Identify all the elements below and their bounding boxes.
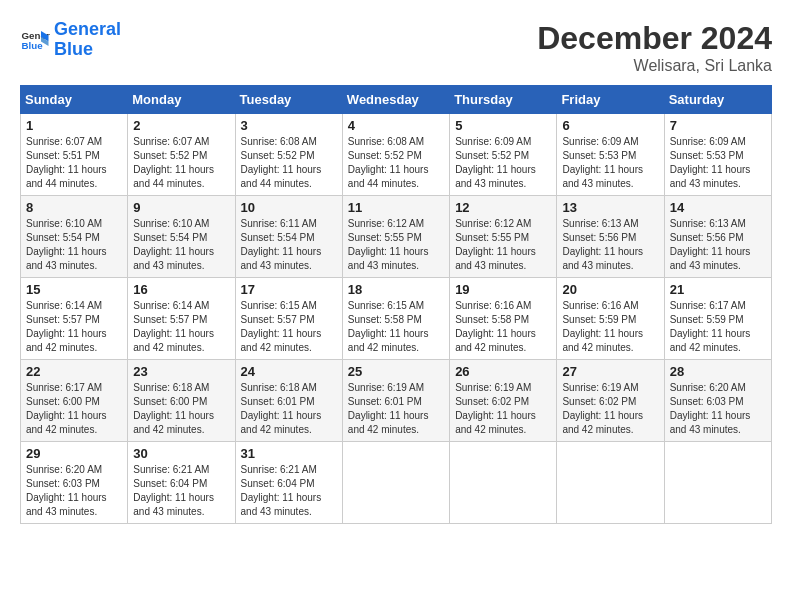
- calendar-cell: [450, 442, 557, 524]
- day-detail: Sunrise: 6:12 AMSunset: 5:55 PMDaylight:…: [348, 217, 444, 273]
- weekday-header-sunday: Sunday: [21, 86, 128, 114]
- day-number: 20: [562, 282, 658, 297]
- day-detail: Sunrise: 6:21 AMSunset: 6:04 PMDaylight:…: [133, 463, 229, 519]
- calendar-cell: 3Sunrise: 6:08 AMSunset: 5:52 PMDaylight…: [235, 114, 342, 196]
- day-number: 3: [241, 118, 337, 133]
- calendar-cell: 9Sunrise: 6:10 AMSunset: 5:54 PMDaylight…: [128, 196, 235, 278]
- calendar-cell: 19Sunrise: 6:16 AMSunset: 5:58 PMDayligh…: [450, 278, 557, 360]
- day-detail: Sunrise: 6:13 AMSunset: 5:56 PMDaylight:…: [562, 217, 658, 273]
- day-detail: Sunrise: 6:20 AMSunset: 6:03 PMDaylight:…: [26, 463, 122, 519]
- day-detail: Sunrise: 6:20 AMSunset: 6:03 PMDaylight:…: [670, 381, 766, 437]
- calendar-cell: 21Sunrise: 6:17 AMSunset: 5:59 PMDayligh…: [664, 278, 771, 360]
- calendar-week-1: 1Sunrise: 6:07 AMSunset: 5:51 PMDaylight…: [21, 114, 772, 196]
- day-number: 15: [26, 282, 122, 297]
- day-detail: Sunrise: 6:08 AMSunset: 5:52 PMDaylight:…: [241, 135, 337, 191]
- day-number: 26: [455, 364, 551, 379]
- day-number: 10: [241, 200, 337, 215]
- month-title: December 2024: [537, 20, 772, 57]
- logo-text-line2: Blue: [54, 40, 121, 60]
- day-number: 31: [241, 446, 337, 461]
- logo-text-line1: General: [54, 20, 121, 40]
- svg-text:Blue: Blue: [22, 40, 44, 51]
- calendar-cell: [342, 442, 449, 524]
- day-number: 17: [241, 282, 337, 297]
- day-detail: Sunrise: 6:09 AMSunset: 5:52 PMDaylight:…: [455, 135, 551, 191]
- day-number: 29: [26, 446, 122, 461]
- calendar-cell: 6Sunrise: 6:09 AMSunset: 5:53 PMDaylight…: [557, 114, 664, 196]
- day-number: 8: [26, 200, 122, 215]
- title-section: December 2024 Welisara, Sri Lanka: [537, 20, 772, 75]
- day-number: 28: [670, 364, 766, 379]
- weekday-header-tuesday: Tuesday: [235, 86, 342, 114]
- day-detail: Sunrise: 6:17 AMSunset: 6:00 PMDaylight:…: [26, 381, 122, 437]
- calendar-week-5: 29Sunrise: 6:20 AMSunset: 6:03 PMDayligh…: [21, 442, 772, 524]
- day-number: 21: [670, 282, 766, 297]
- calendar-cell: 17Sunrise: 6:15 AMSunset: 5:57 PMDayligh…: [235, 278, 342, 360]
- logo: General Blue General Blue: [20, 20, 121, 60]
- day-number: 25: [348, 364, 444, 379]
- day-number: 1: [26, 118, 122, 133]
- weekday-header-friday: Friday: [557, 86, 664, 114]
- day-detail: Sunrise: 6:15 AMSunset: 5:58 PMDaylight:…: [348, 299, 444, 355]
- day-detail: Sunrise: 6:16 AMSunset: 5:59 PMDaylight:…: [562, 299, 658, 355]
- day-number: 9: [133, 200, 229, 215]
- day-detail: Sunrise: 6:18 AMSunset: 6:00 PMDaylight:…: [133, 381, 229, 437]
- weekday-header-saturday: Saturday: [664, 86, 771, 114]
- day-detail: Sunrise: 6:18 AMSunset: 6:01 PMDaylight:…: [241, 381, 337, 437]
- day-number: 18: [348, 282, 444, 297]
- calendar-cell: 1Sunrise: 6:07 AMSunset: 5:51 PMDaylight…: [21, 114, 128, 196]
- calendar-cell: 31Sunrise: 6:21 AMSunset: 6:04 PMDayligh…: [235, 442, 342, 524]
- calendar-cell: 18Sunrise: 6:15 AMSunset: 5:58 PMDayligh…: [342, 278, 449, 360]
- calendar-cell: 2Sunrise: 6:07 AMSunset: 5:52 PMDaylight…: [128, 114, 235, 196]
- day-number: 22: [26, 364, 122, 379]
- calendar-cell: 10Sunrise: 6:11 AMSunset: 5:54 PMDayligh…: [235, 196, 342, 278]
- location-title: Welisara, Sri Lanka: [537, 57, 772, 75]
- calendar-week-4: 22Sunrise: 6:17 AMSunset: 6:00 PMDayligh…: [21, 360, 772, 442]
- calendar-cell: 25Sunrise: 6:19 AMSunset: 6:01 PMDayligh…: [342, 360, 449, 442]
- day-detail: Sunrise: 6:15 AMSunset: 5:57 PMDaylight:…: [241, 299, 337, 355]
- calendar-cell: 12Sunrise: 6:12 AMSunset: 5:55 PMDayligh…: [450, 196, 557, 278]
- calendar-cell: 11Sunrise: 6:12 AMSunset: 5:55 PMDayligh…: [342, 196, 449, 278]
- calendar-cell: 28Sunrise: 6:20 AMSunset: 6:03 PMDayligh…: [664, 360, 771, 442]
- calendar-cell: 30Sunrise: 6:21 AMSunset: 6:04 PMDayligh…: [128, 442, 235, 524]
- day-detail: Sunrise: 6:08 AMSunset: 5:52 PMDaylight:…: [348, 135, 444, 191]
- day-detail: Sunrise: 6:19 AMSunset: 6:02 PMDaylight:…: [455, 381, 551, 437]
- calendar-cell: 29Sunrise: 6:20 AMSunset: 6:03 PMDayligh…: [21, 442, 128, 524]
- calendar-cell: 16Sunrise: 6:14 AMSunset: 5:57 PMDayligh…: [128, 278, 235, 360]
- day-number: 6: [562, 118, 658, 133]
- calendar-week-3: 15Sunrise: 6:14 AMSunset: 5:57 PMDayligh…: [21, 278, 772, 360]
- day-detail: Sunrise: 6:13 AMSunset: 5:56 PMDaylight:…: [670, 217, 766, 273]
- day-number: 23: [133, 364, 229, 379]
- calendar-cell: 14Sunrise: 6:13 AMSunset: 5:56 PMDayligh…: [664, 196, 771, 278]
- day-number: 5: [455, 118, 551, 133]
- day-detail: Sunrise: 6:16 AMSunset: 5:58 PMDaylight:…: [455, 299, 551, 355]
- calendar-cell: 13Sunrise: 6:13 AMSunset: 5:56 PMDayligh…: [557, 196, 664, 278]
- calendar-cell: 22Sunrise: 6:17 AMSunset: 6:00 PMDayligh…: [21, 360, 128, 442]
- day-number: 11: [348, 200, 444, 215]
- day-detail: Sunrise: 6:10 AMSunset: 5:54 PMDaylight:…: [26, 217, 122, 273]
- calendar-cell: 20Sunrise: 6:16 AMSunset: 5:59 PMDayligh…: [557, 278, 664, 360]
- day-number: 12: [455, 200, 551, 215]
- calendar-cell: 5Sunrise: 6:09 AMSunset: 5:52 PMDaylight…: [450, 114, 557, 196]
- day-detail: Sunrise: 6:14 AMSunset: 5:57 PMDaylight:…: [133, 299, 229, 355]
- day-detail: Sunrise: 6:19 AMSunset: 6:02 PMDaylight:…: [562, 381, 658, 437]
- day-detail: Sunrise: 6:17 AMSunset: 5:59 PMDaylight:…: [670, 299, 766, 355]
- day-number: 19: [455, 282, 551, 297]
- calendar-cell: 4Sunrise: 6:08 AMSunset: 5:52 PMDaylight…: [342, 114, 449, 196]
- day-number: 2: [133, 118, 229, 133]
- calendar-cell: [664, 442, 771, 524]
- day-detail: Sunrise: 6:10 AMSunset: 5:54 PMDaylight:…: [133, 217, 229, 273]
- day-number: 4: [348, 118, 444, 133]
- day-number: 13: [562, 200, 658, 215]
- calendar-cell: 27Sunrise: 6:19 AMSunset: 6:02 PMDayligh…: [557, 360, 664, 442]
- day-detail: Sunrise: 6:07 AMSunset: 5:52 PMDaylight:…: [133, 135, 229, 191]
- calendar-cell: 24Sunrise: 6:18 AMSunset: 6:01 PMDayligh…: [235, 360, 342, 442]
- day-number: 24: [241, 364, 337, 379]
- calendar-cell: 23Sunrise: 6:18 AMSunset: 6:00 PMDayligh…: [128, 360, 235, 442]
- weekday-header-wednesday: Wednesday: [342, 86, 449, 114]
- day-detail: Sunrise: 6:09 AMSunset: 5:53 PMDaylight:…: [670, 135, 766, 191]
- calendar-cell: 15Sunrise: 6:14 AMSunset: 5:57 PMDayligh…: [21, 278, 128, 360]
- day-detail: Sunrise: 6:11 AMSunset: 5:54 PMDaylight:…: [241, 217, 337, 273]
- calendar-cell: 8Sunrise: 6:10 AMSunset: 5:54 PMDaylight…: [21, 196, 128, 278]
- day-detail: Sunrise: 6:12 AMSunset: 5:55 PMDaylight:…: [455, 217, 551, 273]
